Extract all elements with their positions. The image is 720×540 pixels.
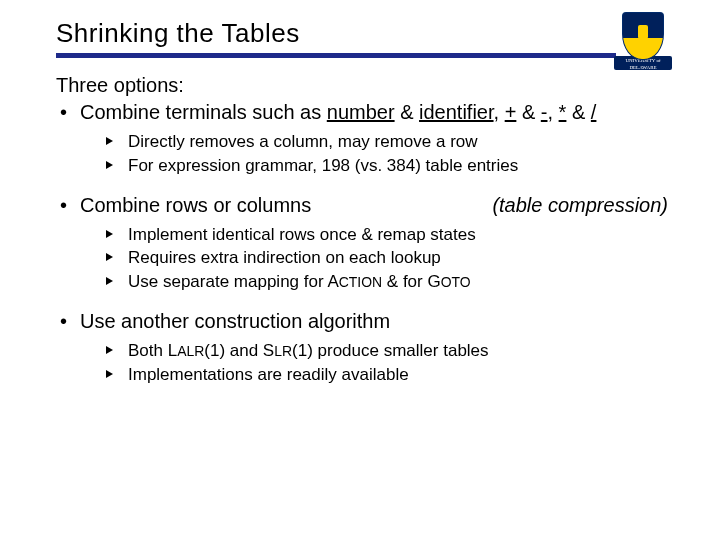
b1-u1: number [327, 101, 395, 123]
slide-title: Shrinking the Tables [56, 18, 672, 51]
sub-item: Use separate mapping for ACTION & for GO… [106, 270, 672, 294]
bullet-1-text: Combine terminals such as number & ident… [80, 101, 596, 123]
sub-item: Implementations are readily available [106, 363, 672, 387]
b1-a1: & [395, 101, 419, 123]
bullet-item-3: Use another construction algorithm Both … [56, 308, 672, 387]
slide: UNIVERSITY of DELAWARE Shrinking the Tab… [0, 0, 720, 540]
bullet-2-aside: (table compression) [492, 194, 668, 216]
b1-pre: Combine terminals such as [80, 101, 327, 123]
university-logo: UNIVERSITY of DELAWARE [614, 12, 672, 80]
bullet-3-text: Use another construction algorithm [80, 310, 390, 332]
sub-item: Implement identical rows once & remap st… [106, 223, 672, 247]
logo-banner-line2: DELAWARE [629, 65, 656, 70]
b1-a2: & [516, 101, 540, 123]
b1-u3: + [505, 101, 517, 123]
sub-item: For expression grammar, 198 (vs. 384) ta… [106, 154, 672, 178]
sub-item: Directly removes a column, may remove a … [106, 130, 672, 154]
b1-s2: , [547, 101, 558, 123]
title-underline [56, 53, 616, 58]
intro-text: Three options: [56, 74, 672, 97]
sub-item: Requires extra indirection on each looku… [106, 246, 672, 270]
b1-u2: identifier [419, 101, 494, 123]
b1-a3: & [566, 101, 590, 123]
bullet-item-2: Combine rows or columns (table compressi… [56, 192, 672, 294]
sub-list-2: Implement identical rows once & remap st… [106, 223, 672, 294]
shield-icon [622, 12, 664, 60]
sub-list-3: Both LALR(1) and SLR(1) produce smaller … [106, 339, 672, 387]
bullet-item-1: Combine terminals such as number & ident… [56, 99, 672, 178]
b1-u6: / [591, 101, 597, 123]
bullet-list: Combine terminals such as number & ident… [56, 99, 672, 387]
sub-list-1: Directly removes a column, may remove a … [106, 130, 672, 178]
b1-s1: , [494, 101, 505, 123]
bullet-2-text: Combine rows or columns [80, 192, 311, 219]
sub-item: Both LALR(1) and SLR(1) produce smaller … [106, 339, 672, 363]
